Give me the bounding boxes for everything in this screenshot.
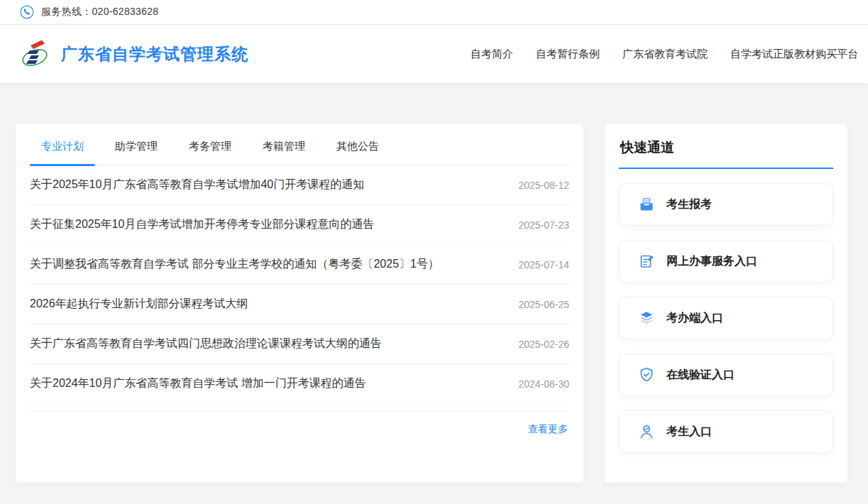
notice-date: 2024-08-30 (518, 378, 569, 390)
topbar: 服务热线：020-62833628 (0, 0, 868, 25)
quick-item-label: 考办端入口 (666, 311, 723, 326)
notice-title: 关于2024年10月广东省高等教育自学考试 增加一门开考课程的通告 (30, 376, 380, 391)
user-icon (638, 423, 655, 440)
site-title: 广东省自学考试管理系统 (61, 43, 248, 65)
quick-access-title: 快速通道 (619, 137, 833, 157)
layers-icon (638, 309, 655, 327)
view-more-link[interactable]: 查看更多 (528, 423, 568, 436)
more-row: 查看更多 (30, 412, 569, 447)
shield-check-icon (638, 366, 655, 383)
hotline-text: 服务热线：020-62833628 (41, 6, 158, 18)
notice-row[interactable]: 关于广东省高等教育自学考试四门思想政治理论课课程考试大纲的通告 2025-02-… (30, 324, 569, 364)
notice-date: 2025-08-12 (518, 180, 569, 191)
nav-item-gd-education-exam-authority[interactable]: 广东省教育考试院 (622, 48, 708, 61)
quick-item-candidate-registration[interactable]: 考生报考 (619, 183, 833, 226)
notice-row[interactable]: 关于调整我省高等教育自学考试 部分专业主考学校的通知（粤考委〔2025〕1号） … (30, 245, 569, 285)
tab-major-plan[interactable]: 专业计划 (30, 140, 95, 165)
notice-tabs: 专业计划 助学管理 考务管理 考籍管理 其他公告 (30, 124, 569, 165)
quick-item-candidate-entrance[interactable]: 考生入口 (619, 410, 833, 453)
notice-title: 关于2025年10月广东省高等教育自学考试增加40门开考课程的通知 (30, 177, 378, 192)
notice-list: 关于2025年10月广东省高等教育自学考试增加40门开考课程的通知 2025-0… (30, 165, 569, 404)
tab-other-announcements[interactable]: 其他公告 (325, 140, 390, 165)
quick-item-exam-office-entrance[interactable]: 考办端入口 (619, 297, 833, 339)
notice-date: 2025-07-23 (518, 219, 569, 231)
nav-item-selfexam-intro[interactable]: 自考简介 (471, 48, 513, 61)
brand[interactable]: 广东省自学考试管理系统 (20, 38, 248, 70)
list-bottom-divider (30, 404, 569, 412)
notice-date: 2025-07-14 (518, 259, 569, 270)
notice-title: 关于调整我省高等教育自学考试 部分专业主考学校的通知（粤考委〔2025〕1号） (30, 257, 454, 272)
tab-exam-affairs-management[interactable]: 考务管理 (177, 140, 243, 165)
notice-panel: 专业计划 助学管理 考务管理 考籍管理 其他公告 关于2025年10月广东省高等… (16, 124, 583, 483)
quick-item-label: 在线验证入口 (666, 368, 735, 383)
notice-date: 2025-06-25 (518, 299, 569, 310)
nav-item-textbook-purchase-platform[interactable]: 自学考试正版教材购买平台 (730, 48, 858, 61)
site-logo-icon (20, 38, 50, 70)
notice-title: 2026年起执行专业新计划部分课程考试大纲 (30, 297, 263, 312)
quick-item-label: 网上办事服务入口 (666, 254, 757, 269)
notice-row[interactable]: 关于征集2025年10月自学考试增加开考停考专业部分课程意向的通告 2025-0… (30, 205, 569, 245)
inbox-icon (638, 196, 655, 213)
notice-row[interactable]: 关于2024年10月广东省高等教育自学考试 增加一门开考课程的通告 2024-0… (30, 364, 569, 404)
quick-item-label: 考生入口 (666, 424, 712, 439)
nav-item-provisional-rules[interactable]: 自考暂行条例 (536, 48, 600, 61)
notice-date: 2025-02-26 (518, 339, 569, 350)
quick-title-underline (619, 168, 833, 169)
quick-access-panel: 快速通道 考生报考 网上办事服务入口 (605, 124, 847, 483)
notice-title: 关于广东省高等教育自学考试四门思想政治理论课课程考试大纲的通告 (30, 336, 396, 351)
quick-item-online-verification-entrance[interactable]: 在线验证入口 (619, 354, 833, 396)
tab-exam-record-management[interactable]: 考籍管理 (251, 140, 317, 165)
quick-item-label: 考生报考 (666, 197, 712, 212)
notice-row[interactable]: 2026年起执行专业新计划部分课程考试大纲 2025-06-25 (30, 285, 569, 324)
notice-title: 关于征集2025年10月自学考试增加开考停考专业部分课程意向的通告 (30, 217, 388, 232)
notice-row[interactable]: 关于2025年10月广东省高等教育自学考试增加40门开考课程的通知 2025-0… (30, 165, 569, 205)
phone-icon (20, 5, 34, 19)
site-header: 广东省自学考试管理系统 自考简介 自考暂行条例 广东省教育考试院 自学考试正版教… (0, 25, 868, 83)
main-content: 专业计划 助学管理 考务管理 考籍管理 其他公告 关于2025年10月广东省高等… (0, 83, 868, 483)
quick-item-online-service-entrance[interactable]: 网上办事服务入口 (619, 240, 833, 283)
header-nav: 自考简介 自考暂行条例 广东省教育考试院 自学考试正版教材购买平台 (448, 48, 858, 61)
tab-study-aid-management[interactable]: 助学管理 (104, 140, 169, 165)
edit-document-icon (638, 253, 655, 270)
